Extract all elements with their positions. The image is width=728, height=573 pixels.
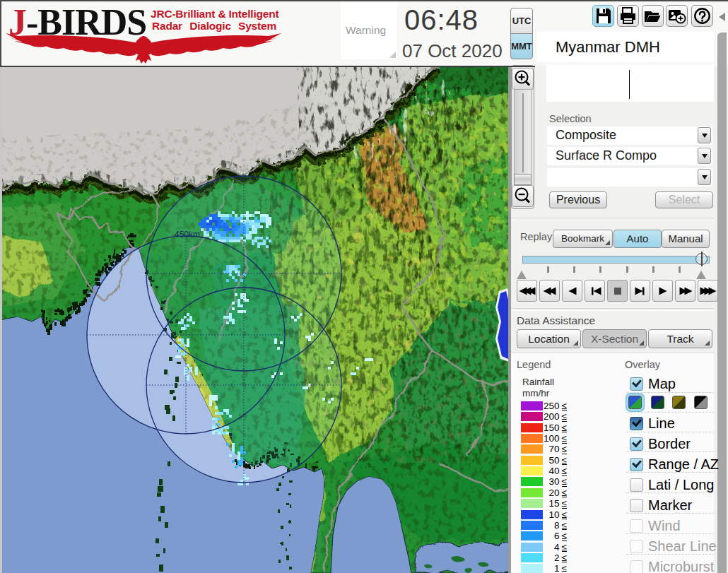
svg-text:450km: 450km bbox=[175, 230, 200, 240]
